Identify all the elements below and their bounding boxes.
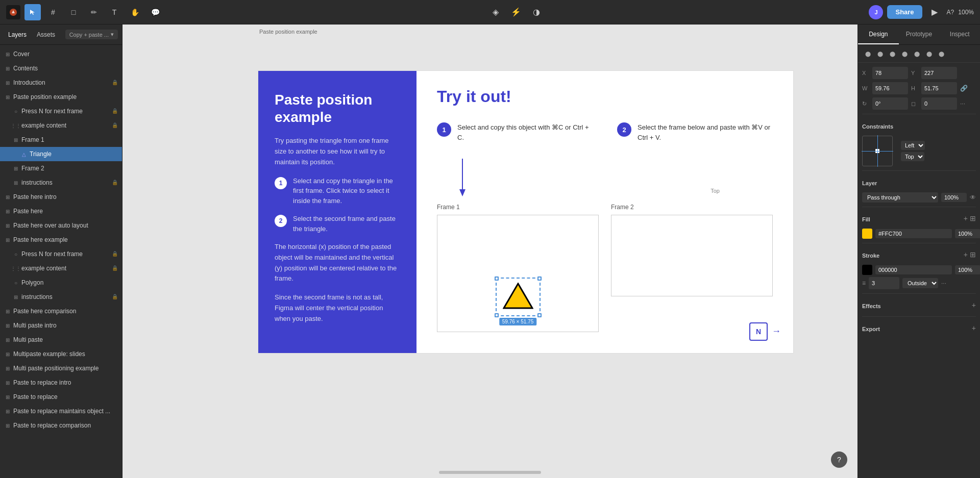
align-center-h-btn[interactable]: ⬤	[874, 48, 886, 59]
tab-assets[interactable]: Assets	[33, 29, 59, 40]
layer-item[interactable]: ⊞Frame 1	[0, 133, 122, 147]
triangle-svg[interactable]	[503, 283, 533, 309]
stroke-position-select[interactable]: Outside	[902, 278, 938, 288]
rotation-input[interactable]	[872, 97, 908, 110]
align-right-btn[interactable]: ⬤	[887, 48, 898, 59]
tab-layers[interactable]: Layers	[4, 29, 31, 40]
frame-tool[interactable]: #	[45, 4, 61, 20]
handle-tr[interactable]	[537, 276, 542, 281]
lock-icon[interactable]: 🔒	[112, 251, 118, 257]
breadcrumb-dropdown[interactable]: Copy + paste ... ▾	[65, 30, 118, 39]
fill-add-btn[interactable]: +	[964, 214, 968, 222]
stroke-color-swatch[interactable]	[862, 265, 872, 275]
triangle-wrapper[interactable]: 59.76 × 51.75	[496, 278, 541, 316]
layer-visibility-btn[interactable]: 👁	[970, 194, 976, 201]
stroke-more-btn[interactable]: ···	[941, 280, 946, 287]
layer-item[interactable]: ⋮⋮example content🔒	[0, 261, 122, 275]
corner-input[interactable]	[921, 97, 957, 110]
layer-mode-select[interactable]: Pass through	[862, 192, 938, 203]
align-top-btn[interactable]: ⬤	[899, 48, 910, 59]
lock-icon[interactable]: 🔒	[112, 122, 118, 129]
h-input[interactable]	[921, 82, 957, 94]
layer-item[interactable]: ○Press N for next frame🔒	[0, 104, 122, 118]
hand-tool[interactable]: ✋	[127, 4, 143, 20]
layer-item[interactable]: ⊞instructions🔒	[0, 290, 122, 304]
plugin-icon[interactable]: ⚡	[508, 4, 524, 20]
stroke-layout-btn[interactable]: ⊞	[970, 250, 976, 259]
comment-tool[interactable]: 💬	[147, 4, 163, 20]
layer-item[interactable]: ○Press N for next frame🔒	[0, 247, 122, 261]
more-options-btn[interactable]: ···	[960, 100, 965, 107]
layer-item[interactable]: ⊞Multi paste positioning example	[0, 361, 122, 375]
align-center-v-btn[interactable]: ⬤	[911, 48, 922, 59]
layer-item[interactable]: ⊞Multi paste intro	[0, 318, 122, 333]
frame-1-inner[interactable]: 59.76 × 51.75	[437, 215, 599, 332]
figma-logo[interactable]	[6, 5, 20, 19]
effects-add-btn[interactable]: +	[972, 301, 976, 309]
layer-opacity-input[interactable]	[941, 193, 967, 202]
tab-prototype[interactable]: Prototype	[899, 24, 940, 44]
help-button[interactable]: ?	[831, 451, 847, 468]
layer-item[interactable]: ⊞Multipaste example: slides	[0, 347, 122, 361]
n-button[interactable]: N	[749, 322, 768, 341]
layer-item[interactable]: ⊞Multi paste	[0, 333, 122, 347]
x-input[interactable]	[872, 67, 908, 79]
handle-tl[interactable]	[495, 276, 499, 281]
canvas[interactable]: Paste position example Paste position ex…	[122, 24, 857, 478]
layer-item[interactable]: ⊞instructions🔒	[0, 175, 122, 190]
stroke-add-btn[interactable]: +	[964, 250, 968, 259]
handle-bl[interactable]	[495, 313, 499, 317]
stroke-opacity-input[interactable]	[955, 265, 980, 274]
tab-inspect[interactable]: Inspect	[939, 24, 980, 44]
layer-item[interactable]: ⊞Paste to replace	[0, 390, 122, 404]
lock-ratio-btn[interactable]: 🔗	[960, 85, 968, 92]
handle-br[interactable]	[537, 313, 542, 317]
fill-color-swatch[interactable]	[862, 229, 872, 239]
tab-design[interactable]: Design	[858, 24, 899, 44]
layer-item[interactable]: ⊞Introduction🔒	[0, 76, 122, 90]
fill-hex-input[interactable]	[875, 229, 952, 238]
export-add-btn[interactable]: +	[972, 324, 976, 332]
zoom-level[interactable]: 100%	[958, 9, 974, 16]
lock-icon[interactable]: 🔒	[112, 265, 118, 271]
fill-opacity-input[interactable]	[955, 229, 980, 238]
w-input[interactable]	[872, 82, 908, 94]
layer-item[interactable]: ⊞Cover	[0, 47, 122, 61]
next-arrow[interactable]: →	[772, 326, 781, 337]
distribute-h-btn[interactable]: ⬤	[936, 48, 947, 59]
y-input[interactable]	[921, 67, 957, 79]
pen-tool[interactable]: ✏	[86, 4, 102, 20]
lock-icon[interactable]: 🔒	[112, 294, 118, 300]
layer-item[interactable]: ⊞Paste to replace maintains object ...	[0, 404, 122, 418]
play-button[interactable]: ▶	[926, 4, 943, 20]
align-bottom-btn[interactable]: ⬤	[923, 48, 935, 59]
layer-item[interactable]: ⊞Paste position example	[0, 90, 122, 104]
constraint-v-select[interactable]: Top	[901, 152, 924, 161]
canvas-scrollbar[interactable]	[439, 471, 541, 474]
constraint-h-select[interactable]: Left	[901, 141, 925, 150]
text-tool[interactable]: T	[106, 4, 122, 20]
frame-2-inner[interactable]	[611, 215, 773, 296]
layer-item[interactable]: ⊞Contents	[0, 61, 122, 76]
fill-layout-btn[interactable]: ⊞	[970, 214, 976, 222]
layer-item[interactable]: ⊞Paste here comparison	[0, 304, 122, 318]
layer-item[interactable]: △Triangle	[0, 147, 122, 161]
shape-tool[interactable]: □	[65, 4, 82, 20]
lock-icon[interactable]: 🔒	[112, 180, 118, 186]
stroke-hex-input[interactable]	[875, 265, 952, 274]
layer-item[interactable]: ⊞Paste to replace comparison	[0, 418, 122, 433]
lock-icon[interactable]: 🔒	[112, 80, 118, 86]
layer-item[interactable]: ⊞Paste here intro	[0, 190, 122, 204]
share-button[interactable]: Share	[887, 5, 922, 19]
layer-item[interactable]: ⊞Paste here over auto layout	[0, 218, 122, 233]
layer-item[interactable]: ⊞Paste here	[0, 204, 122, 218]
select-tool[interactable]	[24, 4, 41, 20]
lock-icon[interactable]: 🔒	[112, 108, 118, 114]
component-icon[interactable]: ◈	[487, 4, 504, 20]
layer-item[interactable]: ⊞Paste here example	[0, 233, 122, 247]
align-left-btn[interactable]: ⬤	[862, 48, 873, 59]
layer-item[interactable]: ⊞Paste to replace intro	[0, 375, 122, 390]
avatar[interactable]: J	[869, 5, 883, 19]
theme-icon[interactable]: ◑	[528, 4, 545, 20]
layer-item[interactable]: ⊞Frame 2	[0, 161, 122, 175]
